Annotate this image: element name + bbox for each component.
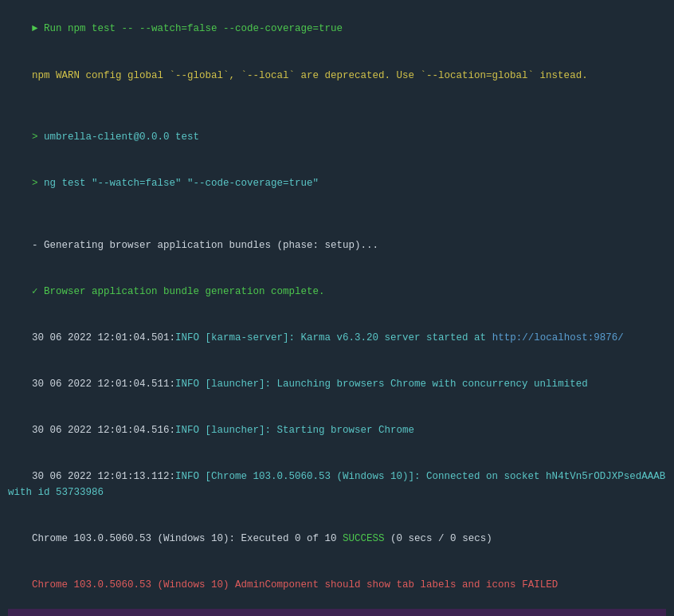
arrow-1: > bbox=[32, 131, 44, 143]
launcher1-date: 30 06 2022 12:01:04.511: bbox=[32, 379, 175, 390]
admin-fail-line: Chrome 103.0.5060.53 (Windows 10) AdminC… bbox=[8, 563, 666, 609]
chrome-connect-line: 30 06 2022 12:01:13.112:INFO [Chrome 103… bbox=[8, 454, 666, 516]
launcher2-info: INFO [launcher]: Starting browser Chrome bbox=[175, 425, 414, 436]
umbrella-text: umbrella-client@0.0.0 test bbox=[44, 131, 199, 143]
arrow-2: > bbox=[32, 178, 44, 189]
executed-0-text: Chrome 103.0.5060.53 (Windows 10): Execu… bbox=[32, 533, 343, 544]
launcher1-info: INFO [launcher]: Launching browsers Chro… bbox=[175, 379, 588, 390]
karma-info: INFO [karma-server]: Karma v6.3.20 serve… bbox=[175, 332, 492, 343]
chrome-date: 30 06 2022 12:01:13.112: bbox=[32, 471, 175, 482]
launcher-2-line: 30 06 2022 12:01:04.516:INFO [launcher]:… bbox=[8, 408, 666, 454]
ng-test-line: > ng test "--watch=false" "--code-covera… bbox=[8, 161, 666, 207]
ng-test-text: ng test "--watch=false" "--code-coverage… bbox=[44, 178, 319, 189]
launcher2-date: 30 06 2022 12:01:04.516: bbox=[32, 425, 175, 436]
launcher-1-line: 30 06 2022 12:01:04.511:INFO [launcher]:… bbox=[8, 362, 666, 408]
blank-line-2 bbox=[8, 207, 666, 222]
checkmark-1: ✓ Browser application bundle generation … bbox=[32, 286, 325, 297]
npm-warn-line: npm WARN config global `--global`, `--lo… bbox=[8, 53, 666, 99]
umbrella-line: > umbrella-client@0.0.0 test bbox=[8, 115, 666, 161]
bundle-complete-1: ✓ Browser application bundle generation … bbox=[8, 269, 666, 315]
blank-line-1 bbox=[8, 99, 666, 114]
generating-line: - Generating browser application bundles… bbox=[8, 222, 666, 269]
admin-chrome-prefix: Chrome 103.0.5060.53 (Windows 10) AdminC… bbox=[32, 579, 522, 590]
karma-server-line: 30 06 2022 12:01:04.501:INFO [karma-serv… bbox=[8, 316, 666, 362]
karma-url: http://localhost:9876/ bbox=[492, 332, 624, 343]
typeerror-line: TypeError: Cannot read properties of nul… bbox=[8, 609, 666, 616]
run-arrow: ► Run npm test -- --watch=false --code-c… bbox=[32, 23, 343, 34]
terminal-window: ► Run npm test -- --watch=false --code-c… bbox=[0, 0, 674, 616]
success-0: SUCCESS bbox=[343, 533, 385, 544]
karma-date: 30 06 2022 12:01:04.501: bbox=[32, 332, 175, 343]
time-0: (0 secs / 0 secs) bbox=[385, 533, 492, 544]
admin-failed-badge: FAILED bbox=[522, 579, 558, 590]
generating-text: - Generating browser application bundles… bbox=[32, 240, 378, 251]
executed-0-line: Chrome 103.0.5060.53 (Windows 10): Execu… bbox=[8, 516, 666, 562]
run-command-line: ► Run npm test -- --watch=false --code-c… bbox=[8, 6, 666, 53]
warn-text: npm WARN config global `--global`, `--lo… bbox=[32, 70, 588, 81]
